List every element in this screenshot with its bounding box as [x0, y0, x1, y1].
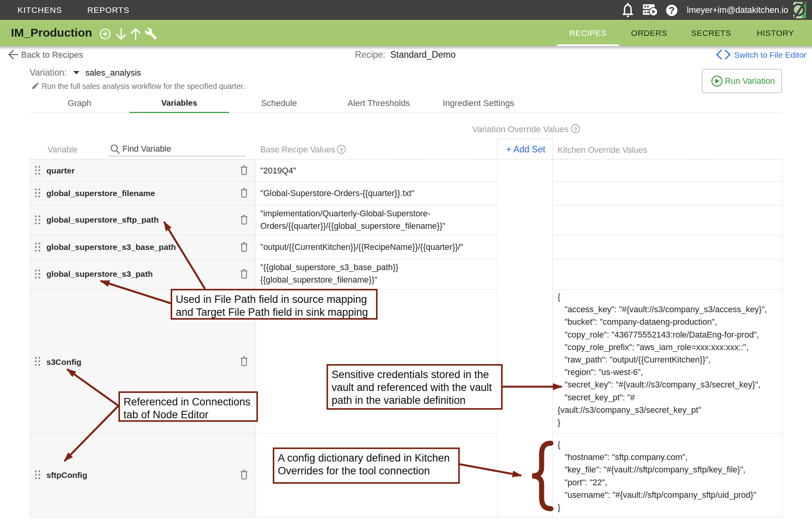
svg-text:?: ?: [669, 5, 674, 16]
svg-text:?: ?: [574, 126, 577, 133]
svg-text:?: ?: [339, 147, 343, 153]
